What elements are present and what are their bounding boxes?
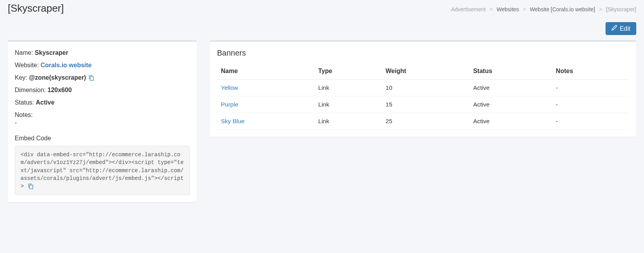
banner-notes: - — [552, 80, 629, 96]
notes-label: Notes: — [15, 112, 33, 118]
banner-name-link[interactable]: Yellow — [221, 84, 238, 91]
breadcrumb-item-advertisement: Advertisement — [451, 6, 486, 12]
banners-title: Banners — [217, 49, 629, 58]
chevron-right-icon: > — [487, 6, 495, 12]
copy-icon[interactable] — [28, 183, 34, 189]
banner-type: Link — [314, 113, 382, 130]
key-label: Key: — [15, 74, 27, 81]
chevron-right-icon: > — [597, 6, 604, 12]
page-title: [Skyscraper] — [8, 2, 64, 14]
pencil-icon — [611, 25, 617, 32]
key-value: @zone(skyscraper) — [29, 74, 86, 81]
breadcrumb-item-website[interactable]: Website [Corals.io website] — [530, 6, 595, 12]
banner-weight: 25 — [382, 113, 469, 130]
banner-status: Active — [469, 80, 552, 96]
embed-code-value: <div data-embed-src="http://ecommerce.la… — [21, 152, 184, 189]
col-type: Type — [314, 63, 382, 80]
chevron-right-icon: > — [521, 6, 528, 12]
embed-code-well: <div data-embed-src="http://ecommerce.la… — [15, 146, 190, 195]
website-link[interactable]: Corals.io website — [40, 62, 92, 68]
banners-table: Name Type Weight Status Notes YellowLink… — [217, 63, 629, 130]
banner-type: Link — [314, 80, 382, 96]
details-card: Name: Skyscraper Website: Corals.io webs… — [8, 40, 197, 202]
copy-icon[interactable] — [89, 75, 94, 81]
banner-name-link[interactable]: Purple — [221, 101, 238, 108]
breadcrumb-item-current: [Skyscraper] — [606, 6, 636, 12]
table-row: PurpleLink15Active- — [217, 96, 629, 113]
edit-button-label: Edit — [620, 25, 630, 32]
dimension-label: Dimension: — [15, 87, 46, 93]
banner-notes: - — [552, 113, 629, 130]
name-value: Skyscraper — [35, 49, 68, 56]
col-notes: Notes — [552, 63, 629, 80]
banner-notes: - — [552, 96, 629, 113]
website-label: Website: — [15, 62, 39, 68]
table-row: Sky BlueLink25Active- — [217, 113, 629, 130]
banners-card: Banners Name Type Weight Status Notes Ye… — [210, 40, 636, 137]
banner-weight: 15 — [382, 96, 469, 113]
breadcrumb-item-websites[interactable]: Websites — [496, 6, 519, 12]
dimension-value: 120x600 — [47, 87, 71, 93]
banner-name-link[interactable]: Sky Blue — [221, 118, 245, 124]
banner-status: Active — [469, 96, 552, 113]
col-name: Name — [217, 63, 314, 80]
table-row: YellowLink10Active- — [217, 80, 629, 96]
embed-code-label: Embed Code — [15, 135, 51, 141]
name-label: Name: — [15, 49, 33, 56]
banner-type: Link — [314, 96, 382, 113]
edit-button[interactable]: Edit — [606, 22, 636, 35]
status-value: Active — [36, 99, 54, 106]
col-status: Status — [469, 63, 552, 80]
banner-weight: 10 — [382, 80, 469, 96]
col-weight: Weight — [382, 63, 469, 80]
banner-status: Active — [469, 113, 552, 130]
notes-value: - — [15, 119, 17, 126]
status-label: Status: — [15, 99, 34, 106]
breadcrumb: Advertisement > Websites > Website [Cora… — [451, 2, 636, 12]
